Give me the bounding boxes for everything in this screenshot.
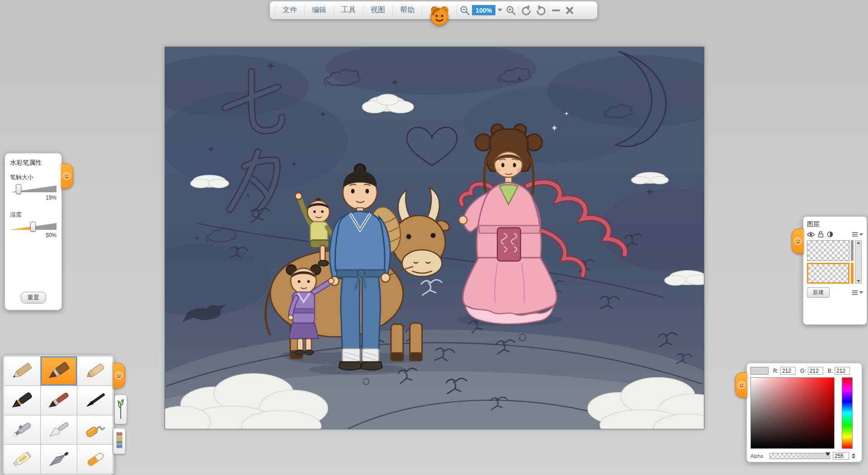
brush-panel-title: 水彩笔属性 [10, 159, 57, 167]
panel-collapse-tab[interactable] [61, 163, 73, 189]
airbrush-icon [9, 420, 36, 440]
zoom-out-icon [459, 5, 470, 16]
tool-pencil[interactable] [4, 356, 40, 385]
alpha-input[interactable] [833, 452, 849, 460]
tool-paint-roller[interactable] [77, 415, 113, 444]
alpha-slider[interactable] [769, 453, 830, 459]
redo-button[interactable] [534, 4, 547, 17]
app-logo-icon [737, 380, 746, 390]
brush-size-value: 15% [10, 195, 57, 201]
current-color-swatch[interactable] [750, 367, 769, 375]
wetness-label: 湿度 [10, 211, 57, 219]
tool-crayon[interactable] [77, 356, 113, 385]
tool-pastel-stick[interactable] [77, 445, 113, 474]
chevron-down-icon [859, 291, 863, 294]
logo-cluster [424, 1, 455, 19]
app-logo-icon [114, 371, 123, 380]
panel-collapse-tab[interactable] [792, 228, 804, 254]
application-window: { "menubar": { "items": ["文件", "编辑", "工具… [0, 0, 868, 475]
layer-options-menu-button[interactable] [852, 290, 863, 295]
menu-help[interactable]: 帮助 [394, 1, 420, 19]
brush-size-label: 笔触大小 [10, 173, 57, 181]
zoom-level-input[interactable] [472, 5, 495, 15]
green-label: G: [800, 368, 806, 374]
palette-knife-icon [45, 420, 72, 440]
red-label: R: [773, 368, 778, 374]
brush-size-slider[interactable] [10, 184, 57, 193]
alpha-slider-handle[interactable] [826, 452, 830, 456]
app-logo-icon [62, 171, 71, 180]
minimize-button[interactable] [550, 4, 562, 17]
new-layer-button[interactable]: 新建 [807, 287, 830, 298]
layer-scrollbar[interactable] [855, 240, 862, 284]
panel-collapse-tab[interactable] [113, 363, 125, 388]
zoom-in-button[interactable] [505, 4, 517, 17]
brush-properties-panel: 水彩笔属性 笔触大小 15% 湿度 50% 重置 [5, 153, 62, 310]
tool-trowel-knife[interactable] [41, 445, 77, 474]
layer-visibility-icon[interactable] [807, 232, 815, 238]
paint-roller-icon [82, 420, 109, 440]
undo-icon [521, 5, 533, 16]
pastel-stick-icon [82, 449, 109, 469]
toolbar-separator [519, 5, 519, 16]
layer-item-selected[interactable] [807, 263, 849, 284]
toolbar-separator [422, 5, 422, 16]
redo-icon [535, 5, 546, 16]
tool-paint-tube[interactable] [4, 445, 40, 474]
list-icon [852, 290, 858, 295]
top-toolbar: 文件 编辑 工具 视图 帮助 [269, 1, 598, 19]
slider-handle[interactable] [16, 184, 21, 194]
tool-paintbrush[interactable] [41, 386, 77, 415]
layer-item[interactable] [807, 240, 849, 261]
zoom-dropdown-button[interactable] [496, 4, 504, 17]
green-input[interactable] [808, 367, 823, 375]
hue-slider[interactable] [842, 377, 853, 449]
spinner-down-icon[interactable] [852, 456, 855, 459]
chevron-down-icon [859, 233, 863, 236]
layer-lock-icon[interactable] [818, 231, 824, 238]
zoom-out-button[interactable] [458, 4, 471, 17]
slider-handle[interactable] [30, 222, 36, 232]
close-button[interactable] [563, 4, 576, 17]
app-logo-icon [793, 237, 802, 246]
toolbar-separator [363, 5, 363, 16]
scroll-up-icon[interactable] [857, 242, 860, 244]
drawing-canvas[interactable] [165, 47, 704, 429]
blue-input[interactable] [835, 367, 850, 375]
side-tool-button-plant[interactable] [114, 394, 127, 424]
layers-panel: 图层 新建 [803, 216, 867, 325]
panel-collapse-tab[interactable] [735, 372, 747, 398]
scroll-down-icon[interactable] [857, 280, 860, 282]
toolbar-separator [334, 5, 334, 16]
tool-palette-knife[interactable] [41, 415, 77, 444]
crayon-icon [82, 361, 109, 381]
saturation-value-field[interactable] [750, 377, 835, 449]
spinner-up-icon[interactable] [852, 453, 855, 456]
tool-watercolor-marker[interactable] [41, 356, 77, 385]
toolbar-separator [548, 5, 548, 16]
tool-grid [4, 356, 113, 474]
tool-calligraphy-brush[interactable] [77, 386, 113, 415]
tool-airbrush[interactable] [4, 415, 40, 444]
menu-tools[interactable]: 工具 [335, 1, 362, 19]
red-input[interactable] [780, 367, 796, 375]
bamboo-icon [117, 399, 125, 420]
menu-edit[interactable]: 编辑 [306, 1, 332, 19]
color-picker-panel: R: G: B: Alpha [746, 363, 862, 462]
toolbar-separator [392, 5, 393, 16]
side-tool-button-swatches[interactable] [113, 428, 126, 454]
toolbar-separator [275, 5, 275, 16]
trowel-knife-icon [45, 449, 72, 469]
reset-button[interactable]: 重置 [21, 292, 46, 304]
undo-button[interactable] [520, 4, 533, 17]
tool-ink-pen[interactable] [4, 386, 40, 415]
menu-view[interactable]: 视图 [365, 1, 391, 19]
wetness-slider[interactable] [10, 222, 57, 231]
app-logo[interactable] [430, 7, 449, 26]
menu-file[interactable]: 文件 [277, 1, 303, 19]
color-swatches-icon [116, 432, 123, 451]
layer-blend-menu-button[interactable] [852, 232, 863, 237]
pencil-icon [9, 361, 36, 381]
alpha-spinner[interactable] [852, 453, 855, 459]
layer-opacity-icon[interactable] [827, 231, 833, 238]
